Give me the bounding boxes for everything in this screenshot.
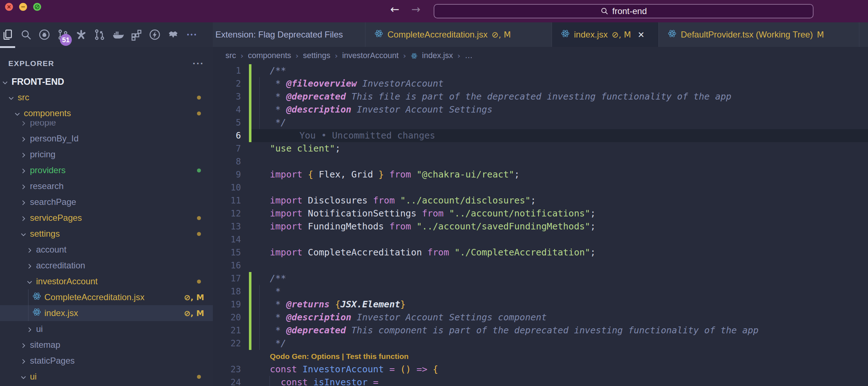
line-number: 2 bbox=[213, 77, 241, 90]
line-number: 21 bbox=[213, 324, 241, 337]
code-line-19[interactable]: 19 * @returns {JSX.Element} bbox=[213, 298, 868, 311]
tab-extension[interactable]: Extension: Flag Deprecated Files bbox=[213, 22, 365, 47]
code-line-6[interactable]: 6You • Uncommitted changes bbox=[213, 129, 868, 142]
line-number: 5 bbox=[213, 116, 241, 129]
code-line-15[interactable]: 15import CompleteAccreditation from "./C… bbox=[213, 246, 868, 259]
code-line-22[interactable]: 22 */ bbox=[213, 337, 868, 350]
fullscreen-window-icon[interactable] bbox=[33, 3, 41, 11]
tab-completeaccreditation.jsx[interactable]: CompleteAccreditation.jsx⊘, M bbox=[365, 22, 552, 47]
folder-item-personby_id[interactable]: personBy_Id bbox=[0, 131, 213, 146]
line-number: 19 bbox=[213, 298, 241, 311]
code-line-2[interactable]: 2 * @fileoverview InvestorAccount bbox=[213, 77, 868, 90]
code-line-1[interactable]: 1/** bbox=[213, 64, 868, 77]
line-number: 14 bbox=[213, 233, 241, 246]
tab-index.jsx[interactable]: index.jsx⊘, M× bbox=[552, 22, 659, 47]
code-line-17[interactable]: 17/** bbox=[213, 272, 868, 285]
close-tab-icon[interactable]: × bbox=[638, 29, 644, 40]
splat-icon[interactable] bbox=[75, 28, 87, 41]
breadcrumb-item[interactable]: investorAccount bbox=[342, 51, 399, 60]
folder-item-pricing[interactable]: pricing bbox=[0, 146, 213, 162]
code-text: const InvestorAccount = () => { bbox=[270, 363, 438, 376]
tree-item-label: servicePages bbox=[30, 213, 82, 223]
more-icon[interactable] bbox=[185, 28, 198, 41]
extensions-icon[interactable] bbox=[130, 28, 143, 41]
code-line-16[interactable]: 16 bbox=[213, 259, 868, 272]
close-window-icon[interactable] bbox=[5, 3, 13, 11]
breadcrumb-item[interactable]: settings bbox=[303, 51, 330, 60]
tree-item-label: investorAccount bbox=[36, 276, 98, 286]
folder-item-components[interactable]: components bbox=[0, 105, 213, 121]
code-line-13[interactable]: 13import FundingMethods from "../account… bbox=[213, 220, 868, 233]
code-line-9[interactable]: 9import { Flex, Grid } from "@chakra-ui/… bbox=[213, 168, 868, 181]
code-line-21[interactable]: 21 * @deprecated This component is part … bbox=[213, 324, 868, 337]
docker-icon[interactable] bbox=[112, 28, 124, 41]
file-item-index.jsx[interactable]: index.jsx⊘, M bbox=[0, 305, 213, 321]
line-number: 6 bbox=[213, 129, 241, 142]
code-line-8[interactable]: 8 bbox=[213, 155, 868, 168]
search-value: front-end bbox=[612, 6, 647, 16]
wolf-icon[interactable] bbox=[167, 28, 179, 41]
diff-added-indicator bbox=[249, 311, 251, 324]
back-arrow-icon[interactable]: ← bbox=[390, 3, 399, 16]
tree-item-label: CompleteAccreditation.jsx bbox=[44, 292, 144, 302]
chevron-down-icon bbox=[14, 110, 21, 117]
folder-item-settings[interactable]: settings bbox=[0, 226, 213, 242]
folder-item-ui[interactable]: ui bbox=[0, 369, 213, 385]
folder-item-research[interactable]: research bbox=[0, 178, 213, 194]
react-file-icon bbox=[411, 51, 418, 60]
thunder-icon[interactable] bbox=[149, 28, 161, 41]
tab-defaultprovider.tsx[interactable]: DefaultProvider.tsx (Working Tree)M bbox=[659, 22, 859, 47]
breadcrumb-separator: › bbox=[240, 51, 244, 60]
breadcrumb-item[interactable]: components bbox=[248, 51, 291, 60]
folder-item-people[interactable]: people bbox=[0, 121, 213, 131]
titlebar: ← → front-end bbox=[0, 0, 868, 22]
code-line-4[interactable]: 4 * @description Investor Account Settin… bbox=[213, 103, 868, 116]
command-center-search[interactable]: front-end bbox=[434, 4, 814, 18]
indent-guide bbox=[259, 103, 260, 116]
folder-item-staticpages[interactable]: staticPages bbox=[0, 353, 213, 369]
code-line-10[interactable]: 10 bbox=[213, 181, 868, 194]
folder-item-accreditation[interactable]: accreditation bbox=[0, 258, 213, 273]
explorer-more-icon[interactable]: ··· bbox=[193, 58, 204, 69]
folder-item-sitemap[interactable]: sitemap bbox=[0, 337, 213, 353]
chevron-right-icon bbox=[26, 325, 33, 333]
folder-item-account[interactable]: account bbox=[0, 242, 213, 258]
code-area[interactable]: 1/**2 * @fileoverview InvestorAccount3 *… bbox=[213, 64, 868, 386]
code-line-3[interactable]: 3 * @deprecated This file is part of the… bbox=[213, 90, 868, 103]
file-item-completeaccreditation.jsx[interactable]: CompleteAccreditation.jsx⊘, M bbox=[0, 289, 213, 305]
folder-item-ui[interactable]: ui bbox=[0, 321, 213, 337]
code-line-20[interactable]: 20 * @description Investor Account Setti… bbox=[213, 311, 868, 324]
codelens-qodo-gen[interactable]: Qodo Gen: Options | Test this function bbox=[213, 350, 868, 363]
search-icon[interactable] bbox=[20, 28, 32, 41]
code-line-18[interactable]: 18 * bbox=[213, 285, 868, 298]
pull-request-icon[interactable] bbox=[93, 28, 106, 41]
activity-bar: 51 bbox=[0, 22, 213, 47]
breadcrumb-item[interactable]: src bbox=[225, 51, 236, 60]
tree-item-label: settings bbox=[30, 229, 60, 239]
code-line-23[interactable]: 23const InvestorAccount = () => { bbox=[213, 363, 868, 376]
code-line-11[interactable]: 11import Disclosures from "../account/di… bbox=[213, 194, 868, 207]
code-line-24[interactable]: 24 const isInvestor = bbox=[213, 376, 868, 386]
breadcrumb-item[interactable]: index.jsx bbox=[422, 51, 453, 60]
code-line-5[interactable]: 5 */ bbox=[213, 116, 868, 129]
minimize-window-icon[interactable] bbox=[19, 3, 27, 11]
files-icon[interactable] bbox=[1, 28, 14, 41]
react-file-icon bbox=[667, 29, 677, 40]
code-text: * @deprecated This file is part of the d… bbox=[270, 90, 731, 103]
folder-item-src[interactable]: src bbox=[0, 89, 213, 105]
tab-modified-badge: ⊘, M bbox=[611, 30, 631, 39]
breadcrumb-symbol-ellipsis[interactable]: … bbox=[465, 51, 473, 60]
folder-item-investoraccount[interactable]: investorAccount bbox=[0, 273, 213, 289]
breadcrumb[interactable]: src›components›settings›investorAccount›… bbox=[213, 47, 868, 64]
folder-item-searchpage[interactable]: searchPage bbox=[0, 194, 213, 210]
folder-item-servicepages[interactable]: servicePages bbox=[0, 210, 213, 226]
indent-guide bbox=[259, 337, 260, 350]
github-icon[interactable] bbox=[38, 28, 51, 41]
tree-item-label: components bbox=[24, 108, 71, 118]
folder-item-front-end[interactable]: FRONT-END bbox=[0, 74, 213, 89]
code-line-12[interactable]: 12import NotificationSettings from "../a… bbox=[213, 207, 868, 220]
forward-arrow-icon[interactable]: → bbox=[411, 3, 420, 16]
code-line-14[interactable]: 14 bbox=[213, 233, 868, 246]
code-line-7[interactable]: 7"use client"; bbox=[213, 142, 868, 155]
folder-item-providers[interactable]: providers bbox=[0, 162, 213, 178]
